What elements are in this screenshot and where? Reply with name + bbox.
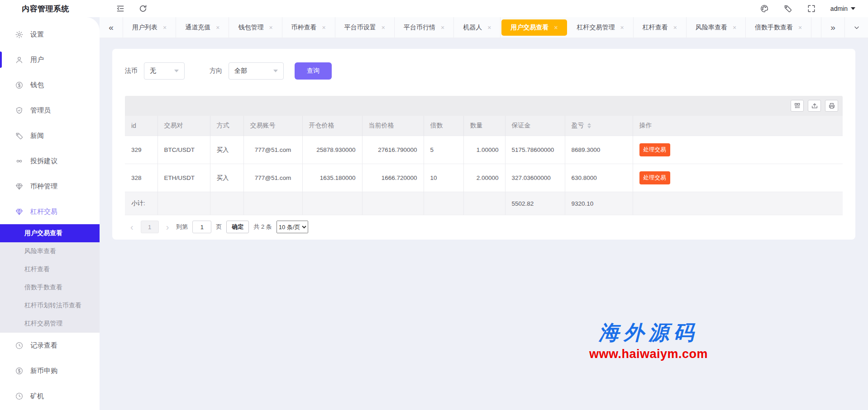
tabs-scroll-right-button[interactable]: » [821,17,844,38]
sidebar-fold-icon[interactable] [116,4,125,13]
sidebar-item-label: 新闻 [30,132,44,140]
tab-robot[interactable]: 机器人× [454,17,501,38]
tab-platform-coin-settings[interactable]: 平台币设置× [335,17,395,38]
next-page-button[interactable]: › [163,222,172,231]
sidebar-item-coins[interactable]: 币种管理 [0,174,100,199]
col-id: id [125,116,157,136]
columns-icon [794,102,801,109]
watermark-logo-text: 海外源码 [574,319,723,346]
close-icon[interactable]: × [441,24,444,31]
sidebar-item-miner[interactable]: 矿机 [0,383,100,409]
export-button[interactable] [808,100,821,112]
sidebar-item-new-coin[interactable]: 新币申购 [0,358,100,383]
gem-icon [15,207,24,216]
subtotal-pnl: 9320.10 [565,192,633,215]
trades-table-block: id 交易对 方式 交易账号 开仓价格 当前价格 倍数 数量 保证金 盈亏 操作 [125,96,843,240]
sidebar-item-settings[interactable]: 设置 [0,22,100,47]
close-icon[interactable]: × [487,24,491,31]
user-menu[interactable]: admin [830,5,855,12]
history-icon [15,341,24,350]
sort-icon[interactable] [587,123,591,128]
close-icon[interactable]: × [382,24,385,31]
col-current-price: 当前价格 [362,116,424,136]
submenu-item-trade-manage[interactable]: 杠杆交易管理 [0,315,100,333]
tab-platform-coin-market[interactable]: 平台币行情× [395,17,454,38]
print-icon [828,102,835,109]
sidebar-item-feedback[interactable]: 投拆建议 [0,148,100,174]
tab-multiplier-view[interactable]: 倍数手数查看× [746,17,811,38]
theme-palette-icon[interactable] [760,4,769,13]
direction-label: 方向 [210,67,222,75]
fullscreen-icon[interactable] [807,4,816,13]
sidebar-item-label: 用户 [30,56,44,64]
close-icon[interactable]: × [554,24,558,31]
goto-page-input[interactable] [192,221,211,233]
tab-channel-recharge[interactable]: 通道充值× [176,17,229,38]
submenu-item-leverage-view[interactable]: 杠杆查看 [0,260,100,278]
tabs-scroll-left-button[interactable]: « [100,17,123,38]
col-pnl[interactable]: 盈亏 [565,116,633,136]
close-icon[interactable]: × [798,24,802,31]
select-caret-icon [273,70,278,72]
gem-icon [15,182,24,191]
goto-confirm-button[interactable]: 确定 [226,221,249,233]
submenu-item-multiplier[interactable]: 倍数手数查看 [0,278,100,297]
close-icon[interactable]: × [269,24,272,31]
sidebar-item-label: 钱包 [30,81,44,90]
tab-leverage-trade-manage[interactable]: 杠杆交易管理× [568,17,634,38]
sidebar-item-label: 设置 [30,30,44,39]
tab-leverage-view[interactable]: 杠杆查看× [634,17,687,38]
sidebar-item-admins[interactable]: 管理员 [0,98,100,123]
close-icon[interactable]: × [733,24,736,31]
gear-icon [15,30,24,39]
handle-trade-button[interactable]: 处理交易 [639,143,670,156]
sidebar: 设置 用户 钱包 管理员 新闻 投拆建议 币种管理 杠杆交易 用户交易查看 风险… [0,17,100,410]
sidebar-item-label: 投拆建议 [30,157,57,165]
person-icon [15,56,24,64]
sidebar-item-leverage[interactable]: 杠杆交易 [0,199,100,224]
page-number-button[interactable]: 1 [141,221,159,233]
refresh-icon[interactable] [138,4,148,13]
sidebar-item-wallet[interactable]: 钱包 [0,72,100,98]
main-area: « 用户列表× 通道充值× 钱包管理× 币种查看× 平台币设置× 平台币行情× … [100,17,868,410]
close-icon[interactable]: × [216,24,219,31]
close-icon[interactable]: × [673,24,677,31]
subtotal-row: 小计: 5502.82 9320.10 [125,192,843,215]
submenu-item-transfer-view[interactable]: 杠杆币划转法币查看 [0,297,100,315]
tab-risk-rate-view[interactable]: 风险率查看× [687,17,746,38]
tab-coin-view[interactable]: 币种查看× [282,17,335,38]
fiat-select[interactable]: 无 [144,62,185,80]
table-toolbar [125,96,843,116]
subtotal-label: 小计: [125,192,157,215]
direction-select[interactable]: 全部 [229,62,284,80]
print-button[interactable] [825,100,838,112]
columns-toggle-button[interactable] [791,100,804,112]
select-caret-icon [174,70,179,72]
sidebar-item-label: 新币申购 [30,367,57,375]
sidebar-item-users[interactable]: 用户 [0,47,100,72]
submenu-item-user-trades[interactable]: 用户交易查看 [0,224,100,242]
page-size-select[interactable]: 10 条/页 [277,221,308,233]
close-icon[interactable]: × [163,24,167,31]
tab-user-list[interactable]: 用户列表× [123,17,176,38]
export-icon [811,102,818,109]
handle-trade-button[interactable]: 处理交易 [639,171,670,184]
sidebar-item-news[interactable]: 新闻 [0,123,100,148]
close-icon[interactable]: × [620,24,624,31]
prev-page-button[interactable]: ‹ [128,222,136,231]
tab-user-trades-active[interactable]: 用户交易查看× [501,19,567,36]
close-icon[interactable]: × [322,24,326,31]
query-button[interactable]: 查询 [295,62,332,80]
tabs-dropdown-button[interactable] [844,17,868,38]
tab-wallet-manage[interactable]: 钱包管理× [229,17,282,38]
page-unit-label: 页 [216,223,222,231]
app-title: 内容管理系统 [0,4,100,14]
sidebar-item-label: 矿机 [30,392,44,401]
tag-icon[interactable] [783,4,792,13]
tab-bar: « 用户列表× 通道充值× 钱包管理× 币种查看× 平台币设置× 平台币行情× … [100,17,868,38]
submenu-item-risk-rate[interactable]: 风险率查看 [0,242,100,260]
col-quantity: 数量 [463,116,505,136]
leverage-submenu: 用户交易查看 风险率查看 杠杆查看 倍数手数查看 杠杆币划转法币查看 杠杆交易管… [0,224,100,333]
sidebar-item-records[interactable]: 记录查看 [0,333,100,358]
table-header-row: id 交易对 方式 交易账号 开仓价格 当前价格 倍数 数量 保证金 盈亏 操作 [125,116,843,136]
